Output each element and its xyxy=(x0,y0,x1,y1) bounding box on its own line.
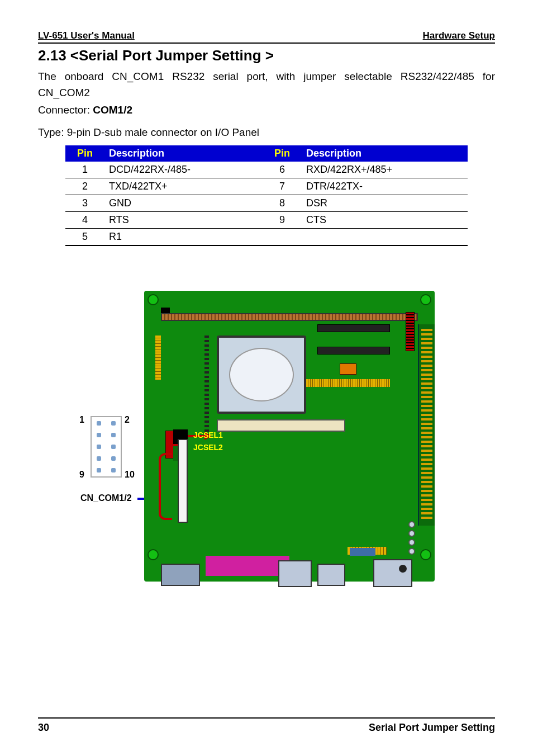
expansion-slot-icon xyxy=(161,313,418,321)
pin-strip-icon xyxy=(155,336,161,380)
page: LV-651 User's Manual Hardware Setup 2.13… xyxy=(0,0,533,756)
connector-prefix: Connector: xyxy=(38,104,93,116)
pin-label-10: 10 xyxy=(125,470,135,480)
th-desc-1: Description xyxy=(104,145,263,162)
cell-pin: 8 xyxy=(263,195,302,212)
header-left: LV-651 User's Manual xyxy=(38,30,135,41)
pin-header-icon xyxy=(406,312,415,351)
page-footer: 30 Serial Port Jumper Setting xyxy=(38,717,495,734)
pin-label-2: 2 xyxy=(125,415,130,425)
cell-desc: TXD/422TX+ xyxy=(104,178,263,195)
edge-connector-icon xyxy=(418,324,435,526)
mounting-hole-icon xyxy=(420,294,431,305)
table-row: 4 RTS 9 CTS xyxy=(65,212,468,229)
cell-desc: DCD/422RX-/485- xyxy=(104,162,263,178)
cell-desc: R1 xyxy=(104,229,263,246)
ram-slot-icon xyxy=(217,419,345,432)
mounting-hole-icon xyxy=(147,294,159,305)
cell-pin: 5 xyxy=(65,229,104,246)
jcsel1-label: JCSEL1 xyxy=(193,431,223,440)
header-right: Hardware Setup xyxy=(423,30,495,41)
ic-chip-icon xyxy=(317,324,390,332)
connector-name: COM1/2 xyxy=(93,104,132,116)
pinout-table: Pin Description Pin Description 1 DCD/42… xyxy=(65,145,468,246)
cn-com-header-icon xyxy=(178,439,188,523)
cell-desc xyxy=(302,229,468,246)
page-header: LV-651 User's Manual Hardware Setup xyxy=(38,30,495,44)
io-port-icon xyxy=(161,564,200,586)
cell-desc: RXD/422RX+/485+ xyxy=(302,162,468,178)
table-row: 2 TXD/422TX+ 7 DTR/422TX- xyxy=(65,178,468,195)
cell-pin: 4 xyxy=(65,212,104,229)
io-port-icon xyxy=(373,559,412,587)
ic-chip-icon xyxy=(340,363,356,375)
cell-pin xyxy=(263,229,302,246)
jcsel2-label: JCSEL2 xyxy=(193,443,223,452)
pin-strip-icon xyxy=(204,336,209,436)
table-row: 3 GND 8 DSR xyxy=(65,195,468,212)
red-bracket-icon xyxy=(159,453,172,520)
io-port-icon xyxy=(317,564,345,586)
cell-desc: RTS xyxy=(104,212,263,229)
intro-paragraph: The onboard CN_COM1 RS232 serial port, w… xyxy=(38,69,495,101)
mounting-hole-icon xyxy=(147,549,159,560)
cell-pin: 7 xyxy=(263,178,302,195)
ic-chip-icon xyxy=(317,347,390,355)
io-panel xyxy=(161,541,418,582)
io-port-icon xyxy=(278,560,312,587)
cpu-core-icon xyxy=(229,348,294,401)
cell-pin: 2 xyxy=(65,178,104,195)
cell-pin: 6 xyxy=(263,162,302,178)
callout-pin-header xyxy=(91,416,122,478)
cell-desc: DSR xyxy=(302,195,468,212)
cpu-icon xyxy=(217,336,306,414)
th-pin-2: Pin xyxy=(263,145,302,162)
cell-desc: CTS xyxy=(302,212,468,229)
table-row: 5 R1 xyxy=(65,229,468,246)
pcb: JCSEL1 JCSEL2 xyxy=(144,291,435,582)
board-diagram: 1 2 9 10 CN_COM1/2 xyxy=(38,291,495,604)
mounting-hole-icon xyxy=(420,549,431,560)
table-header-row: Pin Description Pin Description xyxy=(65,145,468,162)
table-row: 1 DCD/422RX-/485- 6 RXD/422RX+/485+ xyxy=(65,162,468,178)
th-desc-2: Description xyxy=(302,145,468,162)
type-line: Type: 9-pin D-sub male connector on I/O … xyxy=(38,126,495,139)
io-port-icon xyxy=(206,556,289,576)
section-title: 2.13 <Serial Port Jumper Setting > xyxy=(38,47,495,64)
gold-finger-icon xyxy=(306,379,390,387)
cn-com-label: CN_COM1/2 xyxy=(80,493,132,503)
jack-icon xyxy=(399,565,407,573)
page-number: 30 xyxy=(38,722,49,734)
cell-pin: 1 xyxy=(65,162,104,178)
connector-line: Connector: COM1/2 xyxy=(38,104,495,116)
footer-title: Serial Port Jumper Setting xyxy=(369,722,495,734)
cell-desc: DTR/422TX- xyxy=(302,178,468,195)
pin-label-1: 1 xyxy=(79,415,84,425)
cell-pin: 9 xyxy=(263,212,302,229)
cell-desc: GND xyxy=(104,195,263,212)
cell-pin: 3 xyxy=(65,195,104,212)
pin-label-9: 9 xyxy=(79,470,84,480)
th-pin-1: Pin xyxy=(65,145,104,162)
